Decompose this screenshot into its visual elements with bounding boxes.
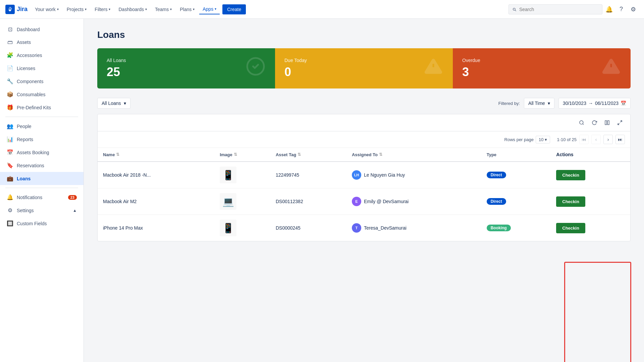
chevron-down-icon: ▾	[57, 7, 59, 11]
loans-icon: 💼	[7, 175, 13, 182]
svg-point-5	[580, 121, 583, 124]
chevron-down-icon: ▾	[145, 7, 147, 11]
chevron-up-icon: ▲	[73, 208, 77, 213]
loans-table-container: Rows per page 10 ▾ 1-10 of 25 ⏮ ‹ › ⏭	[97, 114, 631, 241]
expand-icon[interactable]	[615, 118, 625, 128]
notifications-button[interactable]: 🔔	[604, 4, 614, 15]
nav-teams[interactable]: Teams ▾	[152, 5, 175, 14]
reservations-icon: 🔖	[7, 162, 13, 169]
chevron-down-icon: ▾	[215, 7, 216, 11]
sidebar-item-dashboard[interactable]: ⊡ Dashboard	[0, 23, 84, 36]
sidebar-item-assets[interactable]: 🗃 Assets	[0, 36, 84, 49]
nav-dashboards[interactable]: Dashboards ▾	[115, 5, 150, 14]
rows-per-page: Rows per page 10 ▾	[504, 136, 550, 143]
nav-projects[interactable]: Projects ▾	[63, 5, 90, 14]
chevron-down-icon: ▾	[548, 101, 550, 106]
assets-icon: 🗃	[7, 39, 13, 45]
cell-type: Booking	[481, 215, 551, 241]
cell-image: 📱	[214, 215, 270, 241]
jira-logo-icon	[5, 5, 15, 14]
sidebar-item-licenses[interactable]: 📄 Licenses	[0, 62, 84, 75]
loan-filter-dropdown[interactable]: All Loans ▾	[97, 98, 130, 109]
kits-icon: 🎁	[7, 104, 13, 111]
pagination-bar: Rows per page 10 ▾ 1-10 of 25 ⏮ ‹ › ⏭	[98, 131, 630, 148]
sidebar-item-reports[interactable]: 📊 Reports	[0, 133, 84, 146]
avatar: T	[352, 223, 361, 233]
checkin-button[interactable]: Checkin	[556, 170, 585, 180]
cell-type: Direct	[481, 188, 551, 215]
licenses-icon: 📄	[7, 65, 13, 71]
col-assigned-to: Assigned To ⇅	[346, 148, 481, 162]
page-title: Loans	[97, 29, 631, 40]
cell-asset-tag: DS0000245	[270, 215, 346, 241]
consumables-icon: 📦	[7, 91, 13, 98]
due-today-card[interactable]: Due Today 0	[275, 48, 453, 88]
first-page-button[interactable]: ⏮	[579, 135, 589, 144]
sidebar-item-predefined-kits[interactable]: 🎁 Pre-Defined Kits	[0, 101, 84, 114]
col-image: Image ⇅	[214, 148, 270, 162]
date-range-picker[interactable]: 30/10/2023 → 06/11/2023 📅	[558, 98, 631, 109]
nav-your-work[interactable]: Your work ▾	[32, 5, 62, 14]
prev-page-button[interactable]: ‹	[591, 135, 601, 144]
chevron-down-icon: ▾	[124, 101, 126, 106]
all-loans-value: 25	[107, 65, 126, 79]
svg-rect-8	[607, 121, 609, 125]
time-filter-dropdown[interactable]: All Time ▾	[524, 98, 554, 109]
all-loans-card[interactable]: All Loans 25	[97, 48, 275, 88]
main-content: Loans All Loans 25 Due Today 0	[84, 19, 644, 362]
search-input[interactable]	[519, 7, 599, 12]
nav-filters[interactable]: Filters ▾	[91, 5, 114, 14]
logo[interactable]: Jira	[5, 5, 28, 14]
next-page-button[interactable]: ›	[603, 135, 613, 144]
sort-icon: ⇅	[234, 152, 237, 157]
assigned-name: Emily @ DevSamurai	[364, 199, 409, 204]
loans-table: Name ⇅ Image ⇅ Asset Tag	[98, 148, 630, 241]
sort-icon: ⇅	[116, 152, 119, 157]
table-row: iPhone 14 Pro Max 📱 DS0000245 T Teresa_D…	[98, 215, 630, 241]
sidebar-item-assets-booking[interactable]: 📅 Assets Booking	[0, 146, 84, 159]
sort-icon: ⇅	[298, 152, 301, 157]
sidebar-item-components[interactable]: 🔧 Components	[0, 75, 84, 88]
columns-icon[interactable]	[602, 118, 612, 128]
table-row: Macbook Air M2 💻 DS00112382 E Emily @ De…	[98, 188, 630, 215]
sidebar-item-reservations[interactable]: 🔖 Reservations	[0, 159, 84, 172]
actions-column-highlight	[564, 262, 631, 362]
refresh-icon[interactable]	[589, 118, 599, 128]
dashboard-icon: ⊡	[7, 26, 13, 33]
type-badge: Booking	[487, 225, 511, 231]
cell-actions: Checkin	[551, 188, 630, 215]
settings-button[interactable]: ⚙	[628, 4, 639, 15]
help-button[interactable]: ?	[616, 4, 627, 15]
asset-image: 📱	[220, 220, 236, 236]
col-name: Name ⇅	[98, 148, 214, 162]
overdue-label: Overdue	[462, 58, 480, 63]
components-icon: 🔧	[7, 78, 13, 84]
overdue-card[interactable]: Overdue 3	[453, 48, 631, 88]
nav-plans[interactable]: Plans ▾	[176, 5, 198, 14]
sidebar-item-loans[interactable]: 💼 Loans	[0, 172, 84, 185]
main-layout: ⊡ Dashboard 🗃 Assets 🧩 Accessories 📄 Lic…	[0, 19, 644, 362]
sidebar-item-accessories[interactable]: 🧩 Accessories	[0, 49, 84, 62]
cell-type: Direct	[481, 162, 551, 188]
rows-per-page-select[interactable]: 10 ▾	[536, 136, 550, 143]
sidebar-item-notifications[interactable]: 🔔 Notifications 23	[0, 191, 84, 204]
cell-assigned-to: LH Le Nguyen Gia Huy	[346, 162, 481, 188]
search-bar[interactable]	[508, 4, 602, 14]
checkin-button[interactable]: Checkin	[556, 223, 585, 233]
checkin-button[interactable]: Checkin	[556, 196, 585, 207]
search-table-icon[interactable]	[577, 118, 587, 128]
cell-image: 📱	[214, 162, 270, 188]
accessories-icon: 🧩	[7, 52, 13, 58]
sidebar-item-custom-fields[interactable]: 🔲 Custom Fields	[0, 217, 84, 230]
last-page-button[interactable]: ⏭	[615, 135, 625, 144]
nav-apps[interactable]: Apps ▾	[199, 4, 220, 14]
create-button[interactable]: Create	[222, 4, 246, 14]
sidebar-item-settings[interactable]: ⚙ Settings ▲	[0, 204, 84, 217]
svg-line-6	[583, 124, 584, 125]
sidebar-item-people[interactable]: 👥 People	[0, 120, 84, 133]
notifications-icon: 🔔	[7, 194, 13, 200]
table-toolbar	[98, 114, 630, 131]
sidebar-item-consumables[interactable]: 📦 Consumables	[0, 88, 84, 101]
cell-asset-tag: DS00112382	[270, 188, 346, 215]
summary-cards: All Loans 25 Due Today 0	[97, 48, 631, 88]
